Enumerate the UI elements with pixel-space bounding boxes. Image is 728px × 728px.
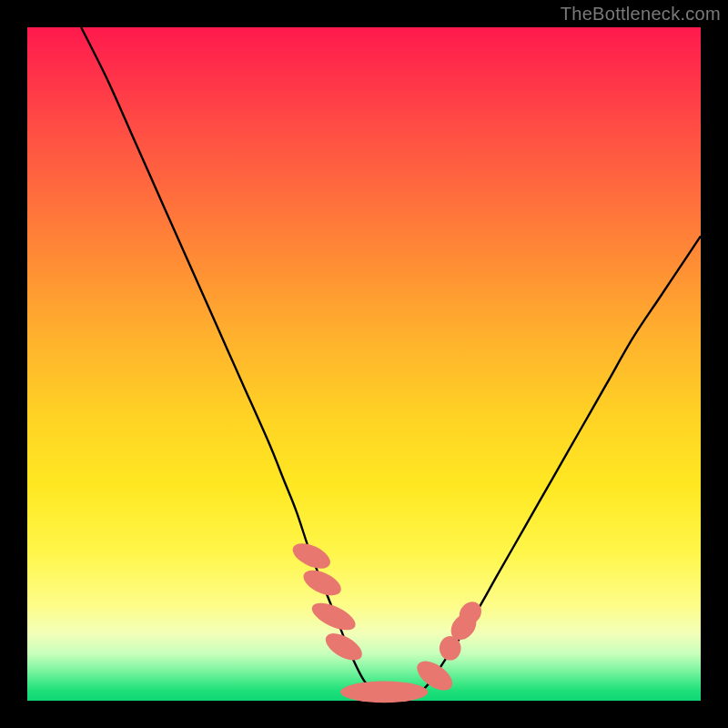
curve-marker [340, 682, 428, 703]
curve-marker [440, 636, 461, 661]
bottleneck-curve-path [81, 27, 701, 698]
curve-marker [288, 538, 334, 573]
curve-marker [299, 565, 345, 601]
curve-marker [321, 628, 367, 665]
curve-marker [308, 597, 359, 635]
watermark-text: TheBottleneck.com [561, 4, 721, 25]
plot-area [27, 27, 701, 701]
curve-markers [288, 538, 485, 703]
curve-svg [27, 27, 701, 701]
chart-frame: TheBottleneck.com [0, 0, 728, 728]
